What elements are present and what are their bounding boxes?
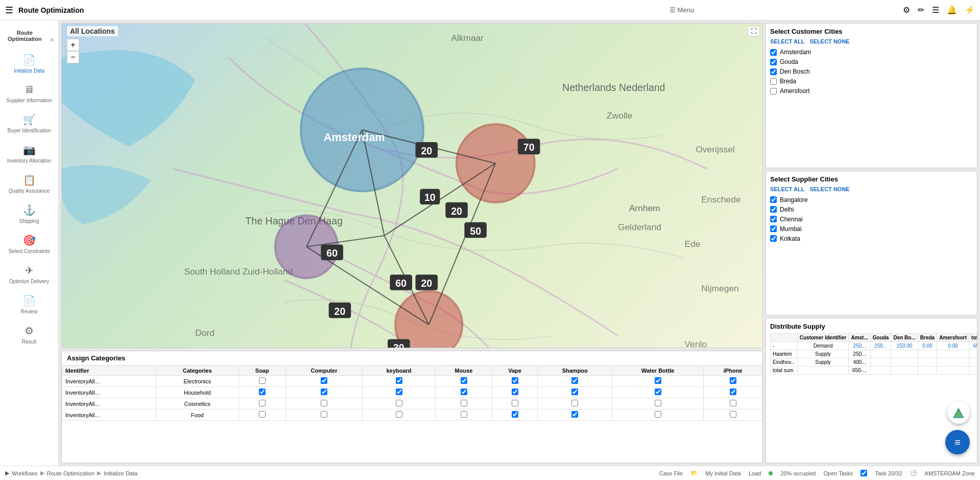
sidebar-item-initialize-data[interactable]: 📄 Initialize Data [0, 49, 58, 79]
product-checkbox-r2-c7[interactable] [730, 400, 736, 406]
supplier-city-checkbox-mumbai[interactable] [770, 225, 777, 232]
supplier-city-label: Delhi [780, 206, 794, 213]
product-checkbox-r0-c6[interactable] [655, 377, 661, 384]
sidebar-item-label: Optimize Delivery [9, 279, 49, 284]
cell-checkbox [492, 409, 537, 421]
product-checkbox-r2-c4[interactable] [512, 400, 518, 406]
product-checkbox-r1-c0[interactable] [259, 388, 266, 395]
supplier-select-none-button[interactable]: SELECT NONE [809, 186, 849, 192]
product-checkbox-r0-c3[interactable] [461, 377, 467, 384]
product-checkbox-r0-c4[interactable] [512, 377, 518, 384]
supplier-city-checkbox-bangalore[interactable] [770, 196, 777, 203]
product-checkbox-r2-c1[interactable] [321, 400, 327, 406]
customer-select-none-button[interactable]: SELECT NONE [809, 38, 849, 44]
customer-cities-title: Select Customer Cities [770, 28, 973, 35]
product-checkbox-r1-c4[interactable] [512, 388, 518, 395]
supply-link[interactable]: 0.00 [948, 343, 958, 349]
customer-city-checkbox-breda[interactable] [770, 78, 777, 85]
supplier-city-label: Chennai [780, 216, 803, 223]
supply-link[interactable]: 650... [973, 343, 977, 349]
notification-icon[interactable]: 🔔 [947, 5, 957, 15]
product-checkbox-r2-c2[interactable] [396, 400, 402, 406]
product-checkbox-r0-c5[interactable] [571, 377, 578, 384]
zoom-out-button[interactable]: − [67, 51, 79, 63]
col-vape: Vape [492, 366, 537, 376]
supply-link[interactable]: 0.00 [922, 343, 932, 349]
product-checkbox-r1-c1[interactable] [321, 388, 327, 395]
product-checkbox-r0-c2[interactable] [396, 377, 402, 384]
product-checkbox-r1-c7[interactable] [730, 388, 736, 395]
product-checkbox-r0-c1[interactable] [321, 377, 327, 384]
customer-city-checkbox-amsterdam[interactable] [770, 49, 777, 56]
map-fab-button[interactable] [947, 401, 970, 424]
assign-categories-title: Assign Categories [62, 351, 762, 365]
breadcrumb-initialize-data[interactable]: Initialize Data [104, 470, 137, 476]
sidebar-item-quality-assurance[interactable]: 📋 Quality Assurance [0, 169, 58, 199]
sidebar-item-select-constraints[interactable]: 🎯 Select Constraints [0, 229, 58, 259]
cell-checkbox [704, 398, 762, 409]
product-checkbox-r1-c5[interactable] [571, 388, 578, 395]
customer-city-checkbox-amersfoort[interactable] [770, 88, 777, 95]
sidebar-item-optimize-delivery[interactable]: ✈ Optimize Delivery [0, 259, 58, 289]
supplier-city-checkbox-kolkata[interactable] [770, 235, 777, 242]
case-file-name[interactable]: My Initial Data [705, 470, 741, 476]
supplier-select-all-button[interactable]: SELECT ALL [770, 186, 804, 192]
product-checkbox-r2-c5[interactable] [571, 400, 578, 406]
customer-city-checkbox-den bosch[interactable] [770, 68, 777, 75]
edit-icon[interactable]: ✏ [918, 5, 924, 15]
cell-checkbox [492, 398, 537, 409]
supply-cell-r0-c7: 650... [969, 342, 977, 350]
filter-icon[interactable]: ⚡ [965, 5, 975, 15]
supplier-city-row: Chennai [770, 216, 973, 223]
supplier-city-checkbox-chennai[interactable] [770, 216, 777, 222]
customer-city-checkbox-gouda[interactable] [770, 59, 777, 65]
product-checkbox-r1-c2[interactable] [396, 388, 402, 395]
sidebar-item-label: Shipping [19, 218, 39, 224]
sidebar-item-buyer-identification[interactable]: 🛒 Buyer Identification [0, 108, 58, 139]
menu-label[interactable]: ☰ Menu [461, 6, 903, 14]
menu-hamburger-icon[interactable]: ☰ [5, 5, 13, 16]
map-fullscreen-button[interactable]: ⛶ [748, 26, 760, 36]
product-checkbox-r1-c6[interactable] [655, 388, 661, 395]
zoom-in-button[interactable]: + [67, 39, 79, 51]
supply-cell-r0-c1: Demand [797, 342, 849, 350]
customer-select-all-button[interactable]: SELECT ALL [770, 38, 804, 44]
open-tasks-checkbox[interactable] [861, 470, 867, 476]
product-checkbox-r2-c3[interactable] [461, 400, 467, 406]
breadcrumb-workflows[interactable]: Workflows [12, 470, 38, 476]
supply-link[interactable]: 250... [853, 343, 866, 349]
supply-col-plant [771, 334, 798, 342]
product-checkbox-r3-c3[interactable] [461, 411, 467, 418]
product-checkbox-r2-c6[interactable] [655, 400, 661, 406]
sidebar-item-inventory-allocation[interactable]: 📷 Inventory Allocation [0, 139, 58, 169]
supply-link[interactable]: 150.00 [897, 343, 913, 349]
supply-cell-r2-c1: Supply [797, 358, 849, 367]
svg-text:Venlo: Venlo [685, 339, 707, 348]
supply-link[interactable]: 250... [874, 343, 887, 349]
sidebar-item-supplier-information[interactable]: 🖥 Supplier Information [0, 79, 58, 108]
product-checkbox-r3-c1[interactable] [321, 411, 327, 418]
sidebar-item-shipping[interactable]: ⚓ Shipping [0, 199, 58, 229]
product-checkbox-r3-c0[interactable] [259, 411, 266, 418]
cell-checkbox [436, 398, 492, 409]
select-constraints-icon: 🎯 [23, 234, 36, 246]
product-checkbox-r3-c7[interactable] [730, 411, 736, 418]
product-checkbox-r0-c7[interactable] [730, 377, 736, 384]
sidebar-close-button[interactable]: ✕ [44, 34, 59, 46]
product-checkbox-r3-c2[interactable] [396, 411, 402, 418]
cell-checkbox [238, 409, 285, 421]
product-checkbox-r1-c3[interactable] [461, 388, 467, 395]
table-row: InventoryAll...Cosmetics [62, 398, 762, 409]
list-icon[interactable]: ☰ [932, 5, 939, 15]
product-checkbox-r3-c4[interactable] [512, 411, 518, 418]
product-checkbox-r2-c0[interactable] [259, 400, 266, 406]
product-checkbox-r3-c6[interactable] [655, 411, 661, 418]
product-checkbox-r0-c0[interactable] [259, 377, 266, 384]
sidebar-item-result[interactable]: ⚙ Result [0, 319, 58, 350]
settings-icon[interactable]: ⚙ [903, 5, 910, 15]
chat-fab-button[interactable]: ≡ [945, 430, 970, 454]
product-checkbox-r3-c5[interactable] [571, 411, 578, 418]
breadcrumb-route-optimization[interactable]: Route Optimization [47, 470, 95, 476]
supplier-city-checkbox-delhi[interactable] [770, 206, 777, 213]
sidebar-item-review[interactable]: 📄 Review [0, 289, 58, 319]
